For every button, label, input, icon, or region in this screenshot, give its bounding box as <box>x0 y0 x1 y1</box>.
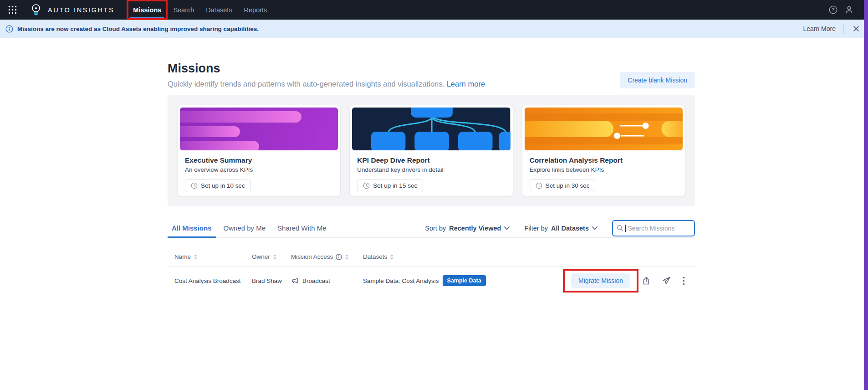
mission-table-row[interactable]: Cost Analysis Broadcast Brad Shaw Broadc… <box>168 267 695 295</box>
help-icon[interactable]: ? <box>829 5 837 14</box>
sort-arrows-icon <box>273 254 277 260</box>
mission-owner-cell: Brad Shaw <box>252 277 291 284</box>
sort-arrows-icon <box>390 254 394 260</box>
create-blank-mission-button[interactable]: Create blank Mission <box>620 72 695 88</box>
mission-datasets-cell: Sample Data: Cost Analysis Sample Data <box>363 275 571 286</box>
nav-item-datasets[interactable]: Datasets <box>201 0 237 20</box>
page-subtitle-text: Quickly identify trends and patterns wit… <box>168 80 444 88</box>
user-icon[interactable] <box>845 5 853 14</box>
tab-shared-with-me[interactable]: Shared With Me <box>273 219 331 237</box>
lightbulb-logo-icon <box>30 3 42 17</box>
correlation-analysis-thumbnail <box>525 108 683 150</box>
learn-more-link[interactable]: Learn more <box>447 80 485 88</box>
setup-time-pill: Set up in 15 sec <box>357 179 423 192</box>
template-title: Correlation Analysis Report <box>530 156 678 164</box>
template-title: Executive Summary <box>185 156 333 164</box>
filter-label: Filter by <box>524 225 548 232</box>
share-icon[interactable] <box>642 277 650 285</box>
template-card-correlation-analysis[interactable]: Correlation Analysis Report Explore link… <box>522 105 685 196</box>
list-controls-row: All Missions Owned by Me Shared With Me … <box>168 219 695 238</box>
template-description: Understand key drivers in detail <box>357 166 505 173</box>
column-header-owner[interactable]: Owner <box>252 253 291 260</box>
kebab-menu-icon[interactable] <box>683 277 685 285</box>
info-icon[interactable] <box>336 254 342 260</box>
sort-arrows-icon <box>194 254 198 260</box>
topbar: AUTO INSIGHTS Missions Search Datasets R… <box>0 0 868 20</box>
column-header-name[interactable]: Name <box>174 253 252 260</box>
app-grid-icon[interactable] <box>6 4 18 16</box>
tab-owned-by-me[interactable]: Owned by Me <box>220 219 270 237</box>
app-title: AUTO INSIGHTS <box>48 6 114 14</box>
kpi-deep-dive-thumbnail <box>352 108 510 150</box>
mission-access-cell: Broadcast <box>291 277 363 285</box>
setup-time-pill: Set up in 30 sec <box>530 179 596 192</box>
filter-value: All Datasets <box>551 225 589 232</box>
column-header-datasets[interactable]: Datasets <box>363 253 685 260</box>
info-icon <box>5 25 13 33</box>
sort-value: Recently Viewed <box>449 225 501 232</box>
banner-learn-more-link[interactable]: Learn More <box>803 25 836 32</box>
notification-banner: Missions are now created as Cloud Assets… <box>0 20 868 38</box>
right-edge-scrollbar[interactable] <box>864 0 868 390</box>
nav-item-missions[interactable]: Missions <box>128 0 166 20</box>
template-card-executive-summary[interactable]: Executive Summary An overview across KPI… <box>177 105 341 196</box>
mission-name-cell[interactable]: Cost Analysis Broadcast <box>174 277 252 284</box>
page-subtitle: Quickly identify trends and patterns wit… <box>168 80 695 88</box>
send-icon[interactable] <box>662 277 671 285</box>
sort-label: Sort by <box>425 225 446 232</box>
template-description: Explore links between KPIs <box>530 166 678 173</box>
chevron-down-icon <box>592 226 597 230</box>
clock-icon <box>363 182 370 189</box>
banner-divider <box>843 23 844 34</box>
template-description: An overview across KPIs <box>185 166 333 173</box>
template-title: KPI Deep Dive Report <box>357 156 505 164</box>
chevron-down-icon <box>504 226 510 230</box>
setup-time-pill: Set up in 10 sec <box>185 179 251 192</box>
search-missions-box[interactable] <box>612 220 695 236</box>
sort-dropdown[interactable]: Sort by Recently Viewed <box>425 225 510 232</box>
nav-item-reports[interactable]: Reports <box>239 0 272 20</box>
text-caret <box>625 225 626 232</box>
top-navigation: Missions Search Datasets Reports <box>128 0 274 20</box>
filter-dropdown[interactable]: Filter by All Datasets <box>524 225 597 232</box>
column-header-mission-access[interactable]: Mission Access <box>291 253 363 260</box>
search-input[interactable] <box>628 225 691 232</box>
mission-tabs: All Missions Owned by Me Shared With Me <box>168 219 334 237</box>
template-card-kpi-deep-dive[interactable]: KPI Deep Dive Report Understand key driv… <box>349 105 513 196</box>
banner-message: Missions are now created as Cloud Assets… <box>17 26 259 32</box>
missions-table-header: Name Owner Mission Access Datasets <box>168 247 695 267</box>
main-content: Missions Quickly identify trends and pat… <box>168 62 695 295</box>
clock-icon <box>536 182 542 189</box>
clock-icon <box>191 182 198 189</box>
page-title: Missions <box>168 62 695 76</box>
executive-summary-thumbnail <box>180 108 338 150</box>
migrate-mission-button[interactable]: Migrate Mission <box>571 273 630 288</box>
tab-all-missions[interactable]: All Missions <box>168 219 216 237</box>
sample-data-badge: Sample Data <box>443 275 486 286</box>
nav-item-search[interactable]: Search <box>168 0 199 20</box>
megaphone-icon <box>291 277 299 285</box>
mission-templates-panel: Executive Summary An overview across KPI… <box>168 95 695 206</box>
svg-text:?: ? <box>832 7 834 12</box>
sort-arrows-icon <box>345 254 349 260</box>
banner-close-icon[interactable] <box>852 24 861 33</box>
search-icon <box>617 225 623 231</box>
